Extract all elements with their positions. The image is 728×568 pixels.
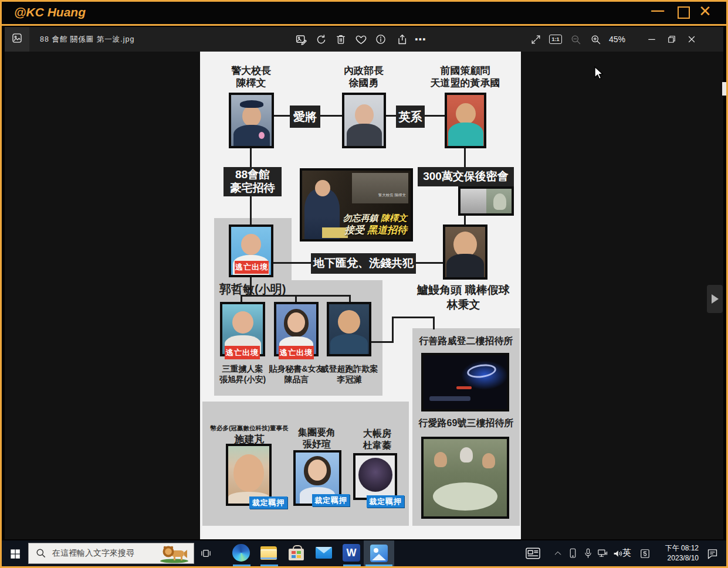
surveillance-frame-left (460, 189, 486, 213)
connector-li-elbow-1 (371, 341, 394, 343)
photo-lin-ping-wen (443, 225, 487, 280)
photo-surveillance (458, 186, 514, 216)
task-view-button[interactable] (199, 547, 213, 560)
connector-huang-300 (464, 148, 466, 167)
photo-huang-cheng-kuo (445, 93, 486, 148)
more-options-button[interactable]: ⋯ (411, 27, 431, 52)
photos-toolbar: 88 會館 關係圖 第一波.jpg ⋯ 1:1 45% (5, 27, 723, 52)
outer-close-button[interactable]: ✕ (699, 2, 712, 21)
folder-accent (260, 557, 277, 559)
fullscreen-icon[interactable] (526, 27, 546, 52)
tile-green (297, 551, 301, 554)
person-silhouette (287, 312, 305, 332)
actual-size-icon[interactable]: 1:1 (546, 27, 566, 52)
person-silhouette (434, 452, 447, 467)
news-caption-line2: 接受 黑道招待 (344, 225, 407, 236)
person-silhouette (241, 234, 261, 255)
badge-fled-chenpy: 逃亡出境 (279, 346, 314, 359)
info-button[interactable] (371, 27, 391, 52)
taskbar-clock[interactable]: 下午 08:12 2023/8/10 (658, 543, 699, 563)
connector-drop-3 (349, 295, 351, 302)
red-light (456, 386, 472, 389)
next-image-button[interactable] (707, 285, 723, 313)
favorite-heart-button[interactable] (351, 27, 371, 52)
connector-li-elbow-2 (392, 317, 394, 343)
person-silhouette (308, 460, 327, 481)
clock-date: 2023/8/10 (658, 553, 699, 563)
delete-button[interactable] (331, 27, 351, 52)
edge-running-indicator (233, 564, 250, 566)
masked-person (493, 193, 506, 210)
share-button[interactable] (391, 27, 411, 52)
search-placeholder: 在這裡輸入文字來搜尋 (52, 548, 134, 559)
image-filename: 88 會館 關係圖 第一波.jpg (40, 27, 134, 52)
label-venue-1: 行善路威登二樓招待所 (412, 335, 520, 348)
label-huang: 前國策顧問 天道盟的黃承國 (415, 64, 515, 89)
tray-network-icon[interactable] (595, 547, 610, 560)
zoom-out-button[interactable] (566, 27, 585, 52)
photo-chen-tse-wen (229, 93, 274, 148)
start-button[interactable] (8, 547, 22, 560)
ime-mode-icon[interactable] (638, 547, 652, 560)
zoom-in-button[interactable] (585, 27, 605, 52)
tray-microphone-icon[interactable] (581, 546, 594, 560)
tray-phone-icon[interactable] (566, 546, 579, 560)
outer-minimize-button[interactable]: — (651, 3, 664, 18)
app-restore-button[interactable] (662, 27, 682, 52)
connector-li-elbow-3 (392, 317, 435, 318)
photo-hsu-kuo-yung (342, 93, 386, 148)
person-silhouette (355, 104, 374, 125)
tile-yellow (297, 555, 301, 558)
search-icon (35, 547, 46, 561)
clock-time: 下午 08:12 (658, 543, 699, 553)
bar-counter (429, 396, 470, 401)
badge-custody-chang: 裁定羈押 (312, 494, 350, 506)
tile-blue (292, 555, 296, 558)
cctv-footage (352, 173, 408, 203)
person-silhouette (233, 454, 264, 492)
search-highlight-lion-image (158, 544, 190, 566)
shirt (330, 334, 368, 354)
badge-custody-shih: 裁定羈押 (249, 496, 287, 509)
taskbar-search-input[interactable]: 在這裡輸入文字來搜尋 (28, 543, 194, 564)
photo-nightclub (421, 353, 509, 411)
photos-sun (374, 548, 378, 553)
tray-chevron-up-icon[interactable] (552, 547, 564, 559)
photos-logo (370, 545, 388, 562)
taskbar-edge-icon[interactable] (232, 544, 251, 563)
person-silhouette (456, 103, 476, 124)
person-silhouette (232, 311, 253, 334)
connector-chen-88 (250, 148, 252, 167)
relationship-diagram-image: 警大校長 陳檡文 內政部長 徐國勇 前國策顧問 天道盟的黃承國 愛將 英系 (200, 52, 521, 539)
see-all-photos-button[interactable] (5, 27, 29, 52)
taskbar-file-explorer-icon[interactable] (260, 544, 279, 563)
news-widget-icon[interactable] (523, 545, 543, 562)
edit-image-button[interactable] (291, 27, 311, 52)
ime-language-indicator[interactable]: 英 (622, 547, 631, 559)
badge-custody-tu: 裁定羈押 (367, 495, 404, 508)
photo-li-kuan-wei (327, 302, 371, 356)
edge-logo (232, 544, 250, 562)
notification-center-icon[interactable] (705, 546, 720, 560)
photos-app-window: 88 會館 關係圖 第一波.jpg ⋯ 1:1 45% (5, 27, 723, 539)
taskbar-word-icon[interactable]: W (343, 544, 361, 563)
word-running-indicator (343, 564, 361, 566)
photo-tu-wei-chen (353, 453, 397, 500)
taskbar-photos-active-tile[interactable] (364, 540, 394, 566)
photo-gambling-room (421, 437, 509, 519)
taskbar-mail-icon[interactable] (315, 544, 334, 563)
link-label-yinghsi: 英系 (396, 106, 425, 128)
suit (347, 124, 382, 146)
toolbar-center-icons: ⋯ (291, 27, 431, 52)
chevron-right-icon (712, 294, 719, 304)
explorer-running-indicator (260, 564, 278, 566)
gaming-table (433, 482, 497, 511)
rotate-button[interactable] (311, 27, 331, 52)
cctv-caption: 警大校長 陳檡文 (378, 193, 406, 198)
app-close-button[interactable] (682, 27, 702, 52)
app-minimize-button[interactable] (642, 27, 662, 52)
taskbar-store-icon[interactable] (287, 544, 306, 563)
zoom-level-value: 45% (609, 35, 625, 44)
outer-maximize-button[interactable] (678, 6, 690, 19)
person-silhouette (482, 453, 495, 468)
